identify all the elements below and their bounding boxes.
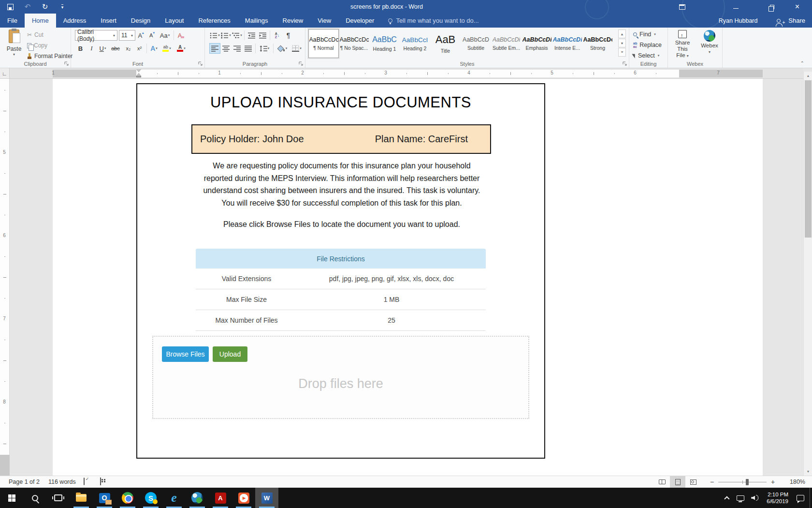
scroll-up-button[interactable]: ▲ xyxy=(804,72,812,80)
macro-recording-button[interactable] xyxy=(100,478,109,486)
tab-layout[interactable]: Layout xyxy=(158,14,191,28)
text-effects-button[interactable]: A▾ xyxy=(148,43,160,54)
share-button[interactable]: + Share xyxy=(770,14,812,28)
increase-indent-button[interactable] xyxy=(257,30,268,41)
scrollbar-thumb[interactable] xyxy=(805,80,812,238)
format-painter-button[interactable]: Format Painter xyxy=(27,52,72,60)
tab-developer[interactable]: Developer xyxy=(338,14,381,28)
document-page[interactable]: UPLOAD INSURANCE DOCUMENTS Policy Holder… xyxy=(53,79,763,476)
paste-button[interactable]: Paste ▾ xyxy=(4,30,24,61)
task-view-button[interactable] xyxy=(46,488,70,508)
adobe-reader-button[interactable]: A xyxy=(209,488,232,508)
tab-references[interactable]: References xyxy=(191,14,237,28)
browse-files-button[interactable]: Browse Files xyxy=(162,346,209,362)
first-line-indent-marker[interactable] xyxy=(136,69,141,72)
multilevel-list-button[interactable]: ▾ xyxy=(232,30,243,41)
show-formatting-marks-button[interactable]: ¶ xyxy=(283,30,294,41)
restore-button[interactable] xyxy=(760,0,782,14)
scroll-down-button[interactable]: ▼ xyxy=(804,467,812,476)
cut-button[interactable]: ✂Cut xyxy=(27,30,72,39)
tab-view[interactable]: View xyxy=(310,14,338,28)
styles-scroll-up-button[interactable]: ▲ xyxy=(618,30,626,38)
start-button[interactable] xyxy=(0,488,23,508)
show-desktop-button[interactable] xyxy=(810,488,812,508)
justify-button[interactable] xyxy=(243,43,254,54)
style-strong[interactable]: AaBbCcDcStrong xyxy=(582,29,613,58)
align-center-button[interactable] xyxy=(220,43,232,54)
action-center-button[interactable] xyxy=(793,488,808,508)
print-layout-button[interactable] xyxy=(670,476,685,488)
clipboard-dialog-launcher[interactable] xyxy=(64,61,69,66)
proofing-status-button[interactable] xyxy=(84,478,92,486)
zoom-slider-thumb[interactable] xyxy=(746,479,749,485)
tab-insert[interactable]: Insert xyxy=(93,14,124,28)
zoom-in-button[interactable]: + xyxy=(768,478,777,486)
grow-font-button[interactable]: A▴ xyxy=(135,30,146,41)
align-right-button[interactable] xyxy=(232,43,243,54)
taskbar-clock[interactable]: 2:10 PM 6/6/2019 xyxy=(762,491,793,505)
word-button[interactable]: W xyxy=(255,488,278,508)
webex-button[interactable]: Webex ▾ xyxy=(697,29,722,59)
font-color-button[interactable]: A▾ xyxy=(174,43,188,54)
sort-button[interactable]: AZ↓ xyxy=(272,30,283,41)
left-indent-marker[interactable] xyxy=(136,76,141,77)
align-left-button[interactable] xyxy=(209,43,220,54)
tell-me-box[interactable]: Tell me what you want to do... xyxy=(388,14,478,28)
word-count[interactable]: 116 words xyxy=(48,478,76,485)
replace-button[interactable]: abacReplace xyxy=(633,40,662,49)
webex-button[interactable] xyxy=(186,488,209,508)
hanging-indent-marker[interactable] xyxy=(136,73,141,76)
bold-button[interactable]: B xyxy=(75,43,86,54)
redo-button[interactable]: ↻ xyxy=(40,1,50,12)
styles-scroll-down-button[interactable]: ▼ xyxy=(618,39,626,47)
styles-dialog-launcher[interactable] xyxy=(623,61,627,66)
tab-stop-selector[interactable]: ∟ xyxy=(0,68,10,79)
paragraph-dialog-launcher[interactable] xyxy=(299,61,304,66)
borders-button[interactable]: ▾ xyxy=(290,43,304,54)
styles-more-button[interactable]: ⏷ xyxy=(618,48,626,57)
internet-explorer-button[interactable]: e xyxy=(162,488,186,508)
save-button[interactable] xyxy=(5,1,15,12)
tab-mailings[interactable]: Mailings xyxy=(238,14,276,28)
customize-quick-access-button[interactable]: ▾ xyxy=(57,1,68,12)
strikethrough-button[interactable]: abc xyxy=(108,43,123,54)
shrink-font-button[interactable]: A▾ xyxy=(146,30,158,41)
style-title[interactable]: AaBTitle xyxy=(430,29,461,58)
clear-formatting-button[interactable]: A xyxy=(175,30,187,41)
outlook-button[interactable]: O xyxy=(93,488,116,508)
decrease-indent-button[interactable] xyxy=(246,30,257,41)
bullets-button[interactable]: ▾ xyxy=(209,30,220,41)
font-size-combobox[interactable]: 11▾ xyxy=(119,30,135,41)
media-player-button[interactable]: ▶ xyxy=(232,488,255,508)
tab-address[interactable]: Address xyxy=(56,14,94,28)
volume-button[interactable] xyxy=(748,488,762,508)
file-drop-zone[interactable]: Browse Files Upload Drop files here xyxy=(152,336,529,419)
zoom-level[interactable]: 180% xyxy=(780,478,805,485)
style-subtle-em[interactable]: AaBbCcDiSubtle Em... xyxy=(491,29,522,58)
select-button[interactable]: Select▾ xyxy=(633,51,662,60)
style-heading-1[interactable]: AaBbCHeading 1 xyxy=(369,29,400,58)
indent-markers[interactable] xyxy=(136,69,142,78)
vertical-ruler[interactable]: 5678 xyxy=(0,79,10,476)
copy-button[interactable]: Copy xyxy=(27,41,72,50)
zoom-out-button[interactable]: − xyxy=(708,478,716,486)
underline-button[interactable]: U▾ xyxy=(97,43,108,54)
skype-button[interactable]: S xyxy=(139,488,162,508)
taskbar-search-button[interactable] xyxy=(23,488,46,508)
horizontal-ruler[interactable]: 12345671 xyxy=(10,68,803,79)
collapse-ribbon-button[interactable]: ⌃ xyxy=(800,60,804,66)
ribbon-display-options-button[interactable] xyxy=(671,0,693,14)
find-button[interactable]: Find▾ xyxy=(633,30,662,39)
font-name-combobox[interactable]: Calibri (Body)▾ xyxy=(75,30,117,41)
tray-expand-button[interactable] xyxy=(723,488,733,508)
text-highlight-button[interactable]: ab▾ xyxy=(160,43,174,54)
file-explorer-button[interactable] xyxy=(70,488,93,508)
network-status-button[interactable] xyxy=(733,488,748,508)
undo-button[interactable]: ↶ xyxy=(22,1,33,12)
page-indicator[interactable]: Page 1 of 2 xyxy=(9,478,40,485)
upload-button[interactable]: Upload xyxy=(213,346,247,362)
tab-review[interactable]: Review xyxy=(276,14,311,28)
minimize-button[interactable] xyxy=(725,0,747,14)
subscript-button[interactable]: x₂ xyxy=(123,43,134,54)
share-this-file-button[interactable]: Share This File ▾ xyxy=(670,29,695,59)
